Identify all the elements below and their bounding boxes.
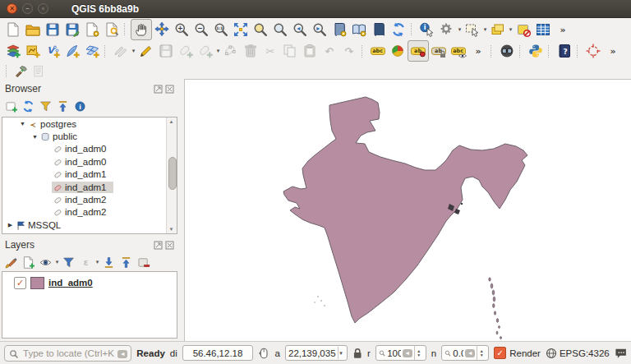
help-contents-button[interactable]: ? — [555, 41, 574, 61]
new-shapefile-layer-button[interactable] — [62, 41, 82, 61]
map-canvas[interactable] — [184, 79, 631, 341]
browser-item-ind_adm0-2[interactable]: ind_adm0 — [2, 143, 177, 155]
scroll-up-icon[interactable]: ▲ — [167, 117, 176, 126]
browser-item-ind_adm2-7[interactable]: ind_adm2 — [2, 206, 177, 219]
remove-layer-button[interactable] — [135, 254, 152, 270]
layout-manager-button[interactable] — [102, 20, 122, 39]
highlight-pinned-labels-button[interactable]: ab — [429, 41, 449, 61]
magnifier-spinbox[interactable]: 100 ◄ ▲▼ — [375, 345, 426, 361]
metasearch-button[interactable] — [497, 41, 517, 61]
refresh-browser-button[interactable] — [20, 98, 37, 114]
toolbar-overflow-2-button[interactable]: » — [603, 41, 623, 61]
select-by-value-button[interactable] — [488, 20, 508, 39]
zoom-to-layer-button[interactable] — [270, 20, 290, 39]
expander-icon[interactable]: ▶ — [6, 222, 15, 228]
zoom-to-selection-button[interactable] — [251, 20, 270, 39]
log-messages-button[interactable] — [30, 62, 47, 79]
zoom-native-button[interactable]: 1:1 — [211, 20, 231, 39]
expander-icon[interactable]: ▼ — [18, 121, 27, 127]
project-open-button[interactable] — [23, 20, 43, 39]
browser-item-ind_adm2-6[interactable]: ind_adm2 — [2, 193, 177, 205]
locator-input[interactable] — [21, 347, 116, 360]
refresh-map-button[interactable] — [389, 20, 408, 39]
browser-item-ind_adm1-5[interactable]: ind_adm1 — [2, 181, 177, 193]
layers-float-button[interactable] — [154, 241, 163, 250]
cut-features-button[interactable]: ✂ — [260, 41, 280, 61]
zoom-out-button[interactable]: − — [191, 20, 211, 39]
show-bookmarks-button[interactable] — [349, 20, 369, 39]
browser-properties-button[interactable]: i — [71, 98, 89, 114]
select-features-button[interactable] — [463, 20, 482, 39]
new-bookmark-button[interactable] — [329, 20, 349, 39]
minimize-button[interactable]: − — [22, 3, 33, 14]
identify-features-button[interactable]: i — [417, 20, 437, 39]
render-checkbox[interactable]: ✓ — [494, 347, 506, 359]
zoom-next-button[interactable]: ▸ — [310, 20, 329, 39]
layer-item-ind_adm0[interactable]: ✓ind_adm0 — [2, 275, 177, 290]
browser-item-db2-9[interactable]: ▶DB2 — [2, 232, 177, 234]
messages-icon[interactable] — [615, 348, 627, 359]
data-source-manager-button[interactable] — [3, 41, 23, 61]
maximize-button[interactable]: ▫ — [38, 3, 48, 14]
add-selected-layers-button[interactable] — [2, 98, 20, 114]
plugin-tool-button[interactable] — [12, 62, 30, 79]
bookmark-manager-button[interactable] — [369, 20, 389, 39]
close-button[interactable]: ✕ — [7, 3, 17, 14]
browser-float-button[interactable] — [154, 85, 163, 94]
open-layer-styling-button[interactable] — [2, 254, 20, 270]
add-polygon-feature-button[interactable] — [176, 41, 196, 61]
vertex-tool-button[interactable] — [221, 41, 241, 61]
delete-selected-button[interactable] — [241, 41, 260, 61]
pan-to-selection-button[interactable] — [152, 20, 172, 39]
python-console-button[interactable] — [526, 41, 546, 61]
crs-status[interactable]: EPSG:4326 — [546, 348, 610, 359]
browser-item-mssql-8[interactable]: ▶MSSQL — [2, 219, 177, 231]
collapse-all-layers-button[interactable] — [117, 254, 135, 270]
browser-item-ind_adm0-3[interactable]: ind_adm0 — [2, 155, 177, 168]
pan-map-button[interactable] — [131, 19, 152, 40]
touch-zoom-button[interactable] — [583, 41, 603, 61]
filter-browser-button[interactable] — [37, 98, 54, 114]
manage-map-themes-dropdown-icon[interactable]: ▾ — [54, 259, 60, 265]
scale-combobox[interactable]: 22,139,035 ▾ — [285, 345, 348, 361]
expand-all-button[interactable] — [100, 254, 117, 270]
filter-legend-button[interactable] — [60, 254, 77, 270]
current-edits-button[interactable] — [111, 41, 131, 61]
move-feature-dropdown-icon[interactable]: ▾ — [215, 48, 221, 54]
layers-close-button[interactable] — [165, 241, 174, 250]
copy-features-button[interactable] — [280, 41, 300, 61]
browser-item-public-1[interactable]: ▼public — [2, 130, 177, 142]
deselect-features-button[interactable] — [514, 20, 533, 39]
browser-scrollbar[interactable]: ▲ ▼ — [166, 117, 177, 233]
add-delimited-text-layer-button[interactable]: V — [43, 41, 62, 61]
new-print-layout-button[interactable] — [82, 20, 102, 39]
scrollbar-thumb[interactable] — [168, 157, 177, 190]
pin-labels-button[interactable]: ab — [408, 40, 429, 62]
filter-by-expression-dropdown-icon[interactable]: ▾ — [94, 259, 100, 265]
layer-visibility-checkbox[interactable]: ✓ — [14, 277, 26, 289]
expander-icon[interactable]: ▼ — [30, 134, 39, 140]
attribute-table-button[interactable] — [533, 20, 553, 39]
collapse-all-button[interactable] — [54, 98, 71, 114]
add-vector-layer-button[interactable] — [23, 41, 43, 61]
zoom-in-button[interactable]: + — [172, 20, 191, 39]
locator-clear-icon[interactable]: ◄ — [117, 350, 127, 358]
layer-diagram-button[interactable] — [388, 41, 408, 61]
select-by-value-dropdown-icon[interactable]: ▾ — [508, 26, 514, 33]
labels-overflow-button[interactable]: » — [468, 41, 488, 61]
zoom-last-button[interactable]: ◂ — [290, 20, 310, 39]
toggle-editing-button[interactable] — [136, 41, 156, 61]
zoom-full-button[interactable] — [231, 20, 251, 39]
rotation-clear-icon[interactable]: ◄ — [465, 349, 475, 357]
scroll-down-icon[interactable]: ▼ — [167, 225, 176, 233]
project-save-as-button[interactable] — [62, 20, 82, 39]
browser-item-postgres-0[interactable]: ▼≺postgres — [2, 117, 177, 130]
rotation-stepper[interactable]: ▲▼ — [477, 346, 486, 360]
select-features-dropdown-icon[interactable]: ▾ — [482, 26, 488, 33]
project-new-button[interactable] — [3, 20, 23, 39]
redo-button[interactable]: ↷ — [339, 41, 359, 61]
show-unplaced-labels-button[interactable]: abc — [449, 41, 468, 61]
rotation-spinbox[interactable]: 0.0 ◄ ▲▼ — [441, 345, 489, 361]
coordinate-box[interactable]: 56.46,12.18 — [182, 345, 253, 361]
undo-button[interactable]: ↶ — [320, 41, 339, 61]
